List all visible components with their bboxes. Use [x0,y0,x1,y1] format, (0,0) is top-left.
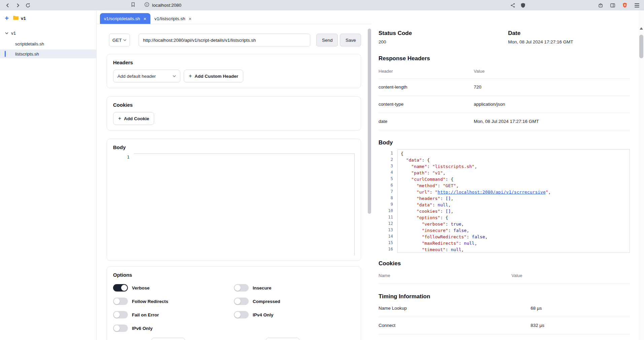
toggle-knob [235,285,241,291]
request-body-editor[interactable]: 1 [113,154,355,255]
column-value: Value [511,273,630,278]
request-panel: v1/scriptdetails.sh × v1/listscripts.sh … [97,10,372,340]
brave-lion-icon[interactable] [620,1,630,10]
add-collection-button[interactable]: + [3,14,11,22]
add-custom-header-label: Add Custom Header [194,74,238,79]
back-button[interactable] [3,1,13,10]
code-line: "path": "v1", [401,170,630,176]
response-cookies-column-row: Name Value [379,273,630,283]
max-redirects-input[interactable] [151,338,185,340]
toggle-knob [235,298,241,304]
sidebar-item-listscripts[interactable]: listscripts.sh [0,49,96,58]
reload-button[interactable] [23,1,33,10]
option-label: IPv4 Only [253,312,274,317]
code-line-number: 14 [379,233,393,240]
default-header-select[interactable]: Add default header [113,70,180,82]
toggle-knob [114,298,120,304]
header-name: content-type [379,102,474,107]
add-cookie-button[interactable]: + Add Cookie [113,112,154,125]
request-panel-scrollbar [367,24,371,340]
response-panel: Status Code 200 Date Mon, 08 Jul 2024 17… [372,10,639,340]
editor-text-area[interactable] [134,154,355,255]
share-icon[interactable] [508,1,518,10]
tab-scriptdetails[interactable]: v1/scriptdetails.sh × [100,13,150,24]
code-line: "cookies": [], [401,208,630,214]
code-line-number: 3 [379,163,393,169]
chevron-down-icon[interactable] [5,32,8,34]
option-insecure: Insecure [234,281,355,295]
toggle-knob [235,312,241,318]
sidebar-item-scriptdetails[interactable]: scriptdetails.sh [0,39,96,48]
header-value: Mon, 08 Jul 2024 17:27:16 GMT [474,119,630,124]
timing-value: 68 µs [531,306,630,311]
response-body-code[interactable]: { "data": { "name": "listscripts.sh", "p… [397,149,630,253]
request-url-input[interactable] [139,34,310,46]
send-button[interactable]: Send [316,34,338,46]
shield-icon[interactable] [518,1,528,10]
address-bar[interactable]: localhost:2080 [131,2,181,8]
code-line: "options": { [401,214,630,221]
code-line-number: 6 [379,182,393,189]
toggle-verbose[interactable] [113,284,128,292]
timeout-input[interactable] [266,338,299,340]
cookies-title: Cookies [113,102,355,108]
options-title: Options [113,272,355,278]
column-name: Name [379,273,511,278]
toggle-compressed[interactable] [234,298,249,305]
tab-bar: v1/scriptdetails.sh × v1/listscripts.sh … [97,10,372,24]
options-card: Options VerboseInsecureFollow RedirectsC… [107,266,361,340]
default-header-select-value: Add default header [117,74,156,79]
method-select[interactable]: GET [109,34,130,46]
collections-sidebar: + v1 v1 scriptdetails.sh listscripts.sh [0,10,97,340]
add-custom-header-button[interactable]: + Add Custom Header [184,70,243,82]
status-code-value: 200 [379,39,508,44]
site-info-icon[interactable] [144,2,149,8]
option-ipv6-only: IPv6 Only [113,321,234,335]
extensions-icon[interactable] [596,1,606,10]
tab-label: v1/listscripts.sh [154,16,185,21]
code-line-number: 4 [379,169,393,176]
option-label: Fail on Error [132,312,159,317]
tab-listscripts[interactable]: v1/listscripts.sh × [150,13,195,24]
code-line-number: 16 [379,246,393,252]
toggle-ipv6-only[interactable] [113,325,128,332]
forward-button[interactable] [13,1,23,10]
toggle-fail-on-error[interactable] [113,311,128,318]
sidebar-item-label: scriptdetails.sh [15,41,44,46]
close-icon[interactable]: × [143,16,146,21]
json-url-link[interactable]: http://localhost:2080/api/v1/scrrecursiv… [438,190,546,195]
response-cookies-title: Cookies [379,260,630,267]
option-label: Follow Redirects [132,299,168,304]
option-ipv4-only: IPv4 Only [234,308,355,321]
chevron-down-icon [123,39,127,41]
sidebar-toggle-icon[interactable] [608,1,618,10]
bookmark-icon[interactable] [131,2,136,8]
option-fail-on-error: Fail on Error [113,308,234,321]
chevron-down-icon [173,75,176,77]
url-text[interactable]: localhost:2080 [152,3,181,8]
code-line-number: 10 [379,208,393,214]
option-follow-redirects: Follow Redirects [113,295,234,308]
request-form: GET Send Save Headers Add default header… [97,24,372,340]
scroll-up-arrow[interactable] [640,27,643,30]
editor-line-number: 1 [113,154,134,255]
table-row: content-type application/json [379,96,630,113]
tree-root-v1[interactable]: v1 [0,29,96,37]
save-button[interactable]: Save [340,34,361,46]
toggle-knob [121,285,127,291]
options-number-fields: Max Redirects Timeout (s) [113,338,355,340]
header-name: content-length [379,84,474,90]
toggle-insecure[interactable] [234,284,249,292]
menu-icon[interactable] [632,1,642,10]
toggle-follow-redirects[interactable] [113,298,128,305]
scrollbar-thumb[interactable] [368,29,371,214]
headers-title: Headers [113,60,355,65]
option-compressed: Compressed [234,295,355,308]
response-body-viewer[interactable]: 12345678910111213141516 { "data": { "nam… [379,149,630,253]
timing-label: Name Lookup [379,306,531,311]
toggle-ipv4-only[interactable] [234,311,249,318]
scrollbar-thumb[interactable] [639,35,643,58]
close-icon[interactable]: × [189,16,192,21]
browser-chrome: localhost:2080 [0,0,644,10]
collection-name[interactable]: v1 [21,16,26,21]
